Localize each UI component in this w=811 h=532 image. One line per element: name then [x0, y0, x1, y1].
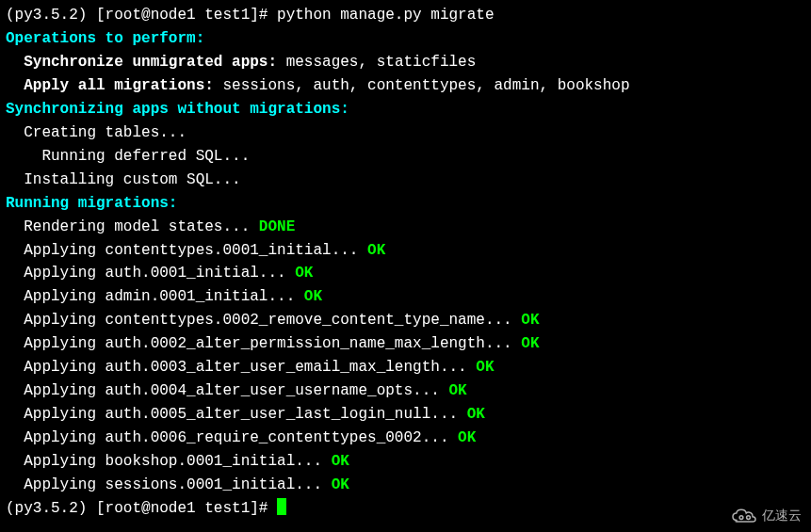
ok-status: OK — [367, 242, 385, 259]
terminal-output: (py3.5.2) [root@node1 test1]# python man… — [6, 4, 805, 521]
migration-line: Applying auth.0003_alter_user_email_max_… — [6, 356, 805, 379]
migration-text: Applying auth.0006_require_contenttypes_… — [6, 429, 458, 446]
watermark: 亿速云 — [730, 506, 802, 526]
sync-without-header: Synchronizing apps without migrations: — [6, 98, 805, 121]
running-migrations-header: Running migrations: — [6, 192, 805, 216]
migration-line: Applying contenttypes.0002_remove_conten… — [6, 309, 805, 332]
ok-status: OK — [476, 359, 494, 376]
prompt-line: (py3.5.2) [root@node1 test1]# python man… — [6, 4, 805, 27]
sync-apps-line: Synchronize unmigrated apps: messages, s… — [6, 51, 805, 74]
venv-prefix-end: (py3.5.2) — [6, 500, 96, 517]
rendering-states: Rendering model states... — [6, 218, 259, 235]
migration-text: Applying admin.0001_initial... — [6, 288, 304, 305]
migration-line: Applying auth.0001_initial... OK — [6, 262, 805, 285]
sync-apps-value: messages, staticfiles — [286, 54, 477, 71]
done-status: DONE — [259, 218, 295, 235]
svg-point-0 — [739, 516, 743, 520]
svg-point-1 — [747, 516, 751, 520]
apply-migrations-value: sessions, auth, contenttypes, admin, boo… — [222, 77, 629, 94]
ok-status: OK — [304, 288, 322, 305]
venv-prefix: (py3.5.2) — [6, 7, 96, 24]
installing-custom: Installing custom SQL... — [6, 169, 805, 192]
migration-line: Applying bookshop.0001_initial... OK — [6, 450, 805, 474]
migration-line: Applying sessions.0001_initial... OK — [6, 474, 805, 497]
ok-status: OK — [458, 429, 476, 446]
ok-status: OK — [332, 476, 349, 493]
ok-status: OK — [448, 382, 466, 399]
migration-line: Applying auth.0004_alter_user_username_o… — [6, 379, 805, 403]
migration-line: Applying admin.0001_initial... OK — [6, 285, 805, 309]
operations-header: Operations to perform: — [6, 27, 805, 51]
ok-status: OK — [521, 335, 539, 352]
sync-apps-label: Synchronize unmigrated apps: — [6, 54, 286, 71]
creating-tables: Creating tables... — [6, 121, 805, 145]
ok-status: OK — [295, 265, 313, 282]
ok-status: OK — [467, 406, 485, 423]
ok-status: OK — [332, 453, 349, 470]
migrations-list: Applying contenttypes.0001_initial... OK… — [6, 239, 805, 497]
migration-text: Applying bookshop.0001_initial... — [6, 453, 332, 470]
ok-status: OK — [521, 312, 539, 329]
watermark-text: 亿速云 — [762, 506, 802, 526]
migration-line: Applying contenttypes.0001_initial... OK — [6, 239, 805, 263]
cursor[interactable] — [277, 498, 286, 515]
migration-text: Applying auth.0003_alter_user_email_max_… — [6, 359, 476, 376]
migration-text: Applying auth.0001_initial... — [6, 265, 295, 282]
migration-text: Applying contenttypes.0002_remove_conten… — [6, 312, 521, 329]
migration-text: Applying auth.0004_alter_user_username_o… — [6, 382, 448, 399]
migration-text: Applying auth.0005_alter_user_last_login… — [6, 406, 467, 423]
running-deferred: Running deferred SQL... — [6, 145, 805, 169]
migration-text: Applying auth.0002_alter_permission_name… — [6, 335, 521, 352]
migration-text: Applying contenttypes.0001_initial... — [6, 242, 367, 259]
cloud-icon — [730, 508, 758, 524]
migration-line: Applying auth.0002_alter_permission_name… — [6, 332, 805, 356]
rendering-states-line: Rendering model states... DONE — [6, 216, 805, 239]
apply-migrations-label: Apply all migrations: — [6, 77, 222, 94]
migration-line: Applying auth.0006_require_contenttypes_… — [6, 427, 805, 450]
command: python manage.py migrate — [277, 7, 494, 24]
user-host: [root@node1 test1]# — [96, 7, 277, 24]
migration-text: Applying sessions.0001_initial... — [6, 476, 332, 493]
prompt-end-line: (py3.5.2) [root@node1 test1]# — [6, 497, 805, 521]
apply-migrations-line: Apply all migrations: sessions, auth, co… — [6, 74, 805, 98]
user-host-end: [root@node1 test1]# — [96, 500, 277, 517]
migration-line: Applying auth.0005_alter_user_last_login… — [6, 403, 805, 427]
